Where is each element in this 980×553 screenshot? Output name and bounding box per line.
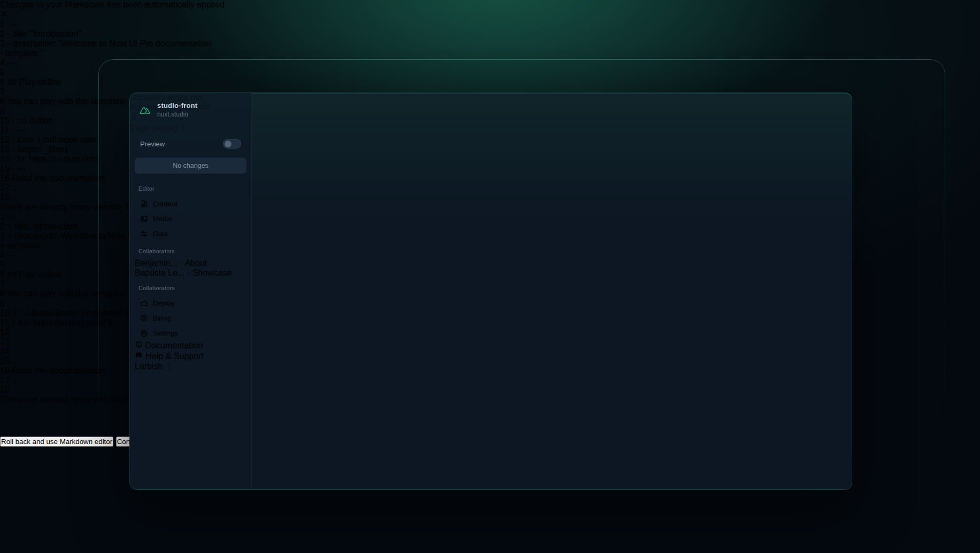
diff-sign: -	[12, 154, 14, 163]
line-number: 9	[0, 299, 5, 308]
code-line: title: Introduction	[14, 222, 77, 231]
app-window: studio-front nuxt.studio Preview No chan…	[129, 92, 852, 490]
discord-icon	[135, 352, 143, 361]
code-line: ---	[7, 58, 16, 67]
line-number: 14	[0, 154, 10, 163]
collaborator-name: Baptiste Le...	[135, 268, 184, 277]
line-number: 11	[0, 126, 9, 135]
code-line: title: "Introduction"	[12, 29, 81, 38]
code-line: ## Play online	[7, 77, 61, 87]
code-line: description: "Welcome to Nuxt UI Pro doc…	[12, 39, 212, 48]
diff-sign: +	[12, 308, 17, 317]
collaborator-name: Benjamin...	[135, 259, 178, 268]
code-line: ---	[7, 212, 16, 221]
line-number: 8	[0, 289, 5, 298]
code-line: ---	[17, 126, 25, 135]
diff-sign: +	[0, 241, 5, 250]
line-number: 10	[0, 308, 10, 317]
book-icon	[135, 341, 143, 350]
diff-sign: -	[12, 164, 14, 173]
sidebar-item-settings[interactable]: Settings	[135, 325, 246, 340]
sidebar-item-label: Media	[153, 215, 172, 223]
rollback-button[interactable]: Roll back and use Markdown editor	[0, 437, 113, 447]
diff-sign: +	[7, 222, 12, 231]
line-number: 18	[0, 193, 10, 202]
line-number: 2	[0, 29, 5, 38]
code-line: to: https://ui.nuxt.com	[17, 154, 98, 163]
collaborators-section-label: Collaborators	[138, 248, 246, 254]
dot-separator: ·	[180, 259, 183, 268]
code-line: ---	[7, 251, 16, 260]
preview-toggle[interactable]	[223, 139, 241, 149]
workspace-org: nuxt.studio	[157, 111, 197, 118]
line-number: 17	[0, 376, 10, 385]
diff-sign: +	[7, 231, 12, 240]
code-line: ---	[7, 20, 16, 29]
gear-icon	[140, 329, 148, 337]
collaborators-list: Benjamin... · About Baptiste Le... · Sho…	[135, 259, 246, 278]
editor-nav: Content Media Data	[135, 196, 246, 241]
collaborator-row-baptiste-le[interactable]: Baptiste Le... · Showcase	[135, 268, 246, 278]
line-number: 7	[0, 87, 5, 96]
line-number: 4	[0, 58, 5, 67]
sidebar-item-deploy[interactable]: Deploy	[135, 295, 246, 310]
nuxt-studio-logo-icon	[138, 103, 152, 117]
line-number: 2	[0, 222, 5, 231]
sidebar-item-label: Deploy	[153, 299, 174, 307]
code-line: icon: i-mdi-book-open	[17, 135, 99, 144]
line-number: 1	[0, 212, 5, 221]
code-line: to="https://ui.nuxt.com/"}	[19, 318, 112, 327]
code-line: ::u-button	[17, 116, 53, 125]
dot-separator: ·	[187, 268, 190, 277]
sidebar-item-label: Documentation	[145, 341, 203, 350]
line-number: 16	[0, 366, 10, 375]
sidebar-item-billing[interactable]: Billing	[135, 310, 246, 325]
code-line: ---	[17, 164, 26, 173]
sidebar-item-data[interactable]: Data	[135, 226, 246, 241]
user-name: Larbish	[135, 362, 163, 371]
sidebar-item-media[interactable]: Media	[135, 211, 246, 226]
user-menu[interactable]: Larbish ⋮	[135, 361, 246, 371]
line-number: 5	[0, 68, 5, 77]
line-number: 17	[0, 183, 10, 192]
line-number: 10	[0, 116, 10, 125]
editor-section-label: Editor	[138, 185, 246, 192]
line-number: 13	[0, 145, 10, 154]
sidebar-item-documentation[interactable]: Documentation	[135, 340, 246, 351]
diff-sign: -	[12, 116, 14, 125]
sidebar-item-label: Data	[153, 230, 167, 238]
line-number: 16	[0, 174, 10, 183]
diff-row: 3 - description: "Welcome to Nuxt UI Pro…	[0, 39, 980, 49]
diff-sign: -	[7, 39, 10, 48]
line-number: 5	[0, 260, 5, 269]
code-line: Read the documentation	[12, 366, 105, 375]
sidebar: studio-front nuxt.studio Preview No chan…	[130, 93, 252, 489]
code-line: ::	[12, 376, 17, 385]
line-number: 7	[0, 279, 5, 289]
user-kebab-icon[interactable]: ⋮	[165, 362, 174, 371]
close-icon[interactable]	[0, 10, 8, 19]
sidebar-item-label: Help & Support	[145, 352, 204, 361]
dollar-icon	[140, 314, 148, 322]
diff-sign: -	[12, 135, 14, 144]
line-number: 6	[0, 77, 5, 87]
sidebar-item-content[interactable]: Content	[135, 196, 246, 211]
code-line: ## Play online	[7, 270, 61, 279]
sidebar-footer-nav: Documentation Help & Support	[135, 340, 246, 361]
line-number: 18	[0, 385, 10, 394]
code-line: ::	[12, 183, 17, 192]
diff-sign: -	[11, 126, 14, 135]
line-number: 8	[0, 97, 5, 106]
collaborator-page: Showcase	[192, 268, 232, 277]
no-changes-button[interactable]: No changes	[135, 158, 246, 174]
line-number: 3	[0, 39, 5, 48]
collaborator-row-benjamin[interactable]: Benjamin... · About	[135, 259, 246, 268]
line-number: 15	[0, 164, 10, 173]
workspace-switcher[interactable]: studio-front nuxt.studio	[135, 100, 246, 119]
workspace-nav: Deploy Billing Settings	[135, 295, 246, 340]
line-number: 9	[0, 106, 5, 115]
sidebar-item-help-support[interactable]: Help & Support	[135, 351, 246, 361]
cloud-icon	[140, 299, 148, 307]
line-number: 6	[0, 270, 5, 279]
code-line: target: _blank	[17, 145, 69, 154]
